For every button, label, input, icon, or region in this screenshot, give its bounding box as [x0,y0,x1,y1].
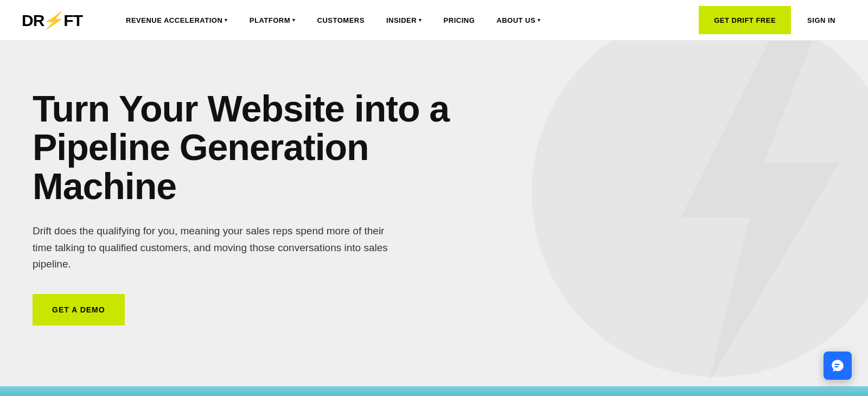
nav-item-insider[interactable]: INSIDER ▾ [375,0,433,41]
nav-actions: GET DRIFT FREE SIGN IN [699,6,846,34]
nav-item-pricing[interactable]: PRICING [433,0,486,41]
hero-bolt-decoration [608,41,868,382]
chevron-down-icon: ▾ [538,17,541,23]
sign-in-button[interactable]: SIGN IN [796,6,846,34]
chat-bubble-button[interactable] [824,352,852,380]
navbar: DR⚡FT REVENUE ACCELERATION ▾ PLATFORM ▾ … [0,0,868,41]
hero-background [488,41,868,396]
nav-item-platform[interactable]: PLATFORM ▾ [239,0,307,41]
svg-marker-0 [681,41,840,382]
hero-subtext: Drift does the qualifying for you, meani… [33,223,401,272]
nav-item-about-us[interactable]: ABOUT US ▾ [486,0,551,41]
nav-item-customers[interactable]: CUSTOMERS [307,0,375,41]
chat-icon [831,359,845,373]
nav-links: REVENUE ACCELERATION ▾ PLATFORM ▾ CUSTOM… [115,0,699,41]
logo-text: DR⚡FT [22,11,82,30]
get-drift-free-button[interactable]: GET DRIFT FREE [699,6,791,34]
nav-item-revenue-acceleration[interactable]: REVENUE ACCELERATION ▾ [115,0,239,41]
chevron-down-icon: ▾ [292,17,296,23]
hero-heading: Turn Your Website into a Pipeline Genera… [33,90,477,206]
chevron-down-icon: ▾ [225,17,228,23]
hero-section: Turn Your Website into a Pipeline Genera… [0,41,868,396]
hero-content: Turn Your Website into a Pipeline Genera… [33,90,477,325]
get-demo-button[interactable]: GET A DEMO [33,294,125,325]
logo[interactable]: DR⚡FT [22,11,82,30]
chevron-down-icon: ▾ [419,17,422,23]
bottom-accent-bar [0,386,868,396]
